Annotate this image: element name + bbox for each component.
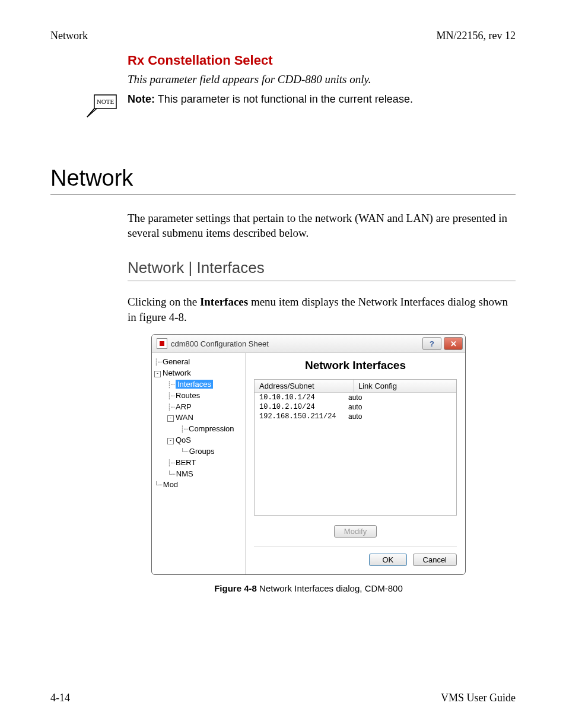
figure-caption: Figure 4-8 Network Interfaces dialog, CD… bbox=[151, 583, 466, 593]
cancel-button[interactable]: Cancel bbox=[413, 554, 457, 566]
para2-pre: Clicking on the bbox=[128, 295, 200, 308]
header-right: MN/22156, rev 12 bbox=[437, 30, 516, 42]
h1-underline bbox=[50, 195, 516, 195]
note-block: NOTE Note: This parameter is not functio… bbox=[50, 93, 516, 118]
tree-compression[interactable]: ┊┄Compression bbox=[154, 424, 243, 435]
dialog-titlebar[interactable]: cdm800 Configuration Sheet ? ✕ bbox=[152, 335, 465, 353]
h2-underline bbox=[128, 281, 516, 281]
intro-paragraph: The parameter settings that pertain to t… bbox=[128, 211, 516, 241]
para2-bold: Interfaces bbox=[200, 295, 248, 308]
table-row[interactable]: 10.10.10.1/24 auto bbox=[255, 393, 456, 402]
tree-mod[interactable]: └┄Mod bbox=[154, 479, 243, 491]
paragraph-interfaces: Clicking on the Interfaces menu item dis… bbox=[128, 294, 516, 325]
h2-network-interfaces: Network | Interfaces bbox=[128, 259, 516, 277]
tree-nms[interactable]: └┄NMS bbox=[154, 469, 243, 480]
list-header[interactable]: Address/Subnet Link Config bbox=[255, 380, 456, 393]
modify-button[interactable]: Modify bbox=[334, 525, 377, 538]
section-italic-line: This parameter field appears for CDD-880… bbox=[128, 72, 516, 87]
window-app-icon bbox=[157, 338, 167, 349]
tree-qos[interactable]: -QoS bbox=[154, 435, 243, 446]
tree-groups[interactable]: └┄Groups bbox=[154, 446, 243, 457]
footer-right: VMS User Guide bbox=[441, 692, 516, 704]
cell-address: 10.10.2.10/24 bbox=[259, 403, 348, 411]
figure-text: Network Interfaces dialog, CDM-800 bbox=[257, 583, 403, 593]
figure-label: Figure 4-8 bbox=[214, 583, 257, 593]
config-dialog: cdm800 Configuration Sheet ? ✕ ┊┄General… bbox=[151, 334, 466, 575]
tree-routes[interactable]: ┊┄Routes bbox=[154, 390, 243, 402]
cell-link: auto bbox=[348, 393, 408, 402]
h1-network: Network bbox=[50, 166, 516, 191]
note-label: Note: bbox=[128, 93, 155, 105]
page-header: Network MN/22156, rev 12 bbox=[50, 30, 516, 42]
dialog-title: cdm800 Configuration Sheet bbox=[171, 339, 420, 348]
interfaces-listbox[interactable]: Address/Subnet Link Config 10.10.10.1/24… bbox=[254, 379, 457, 516]
help-button[interactable]: ? bbox=[422, 337, 441, 350]
col-header-address[interactable]: Address/Subnet bbox=[255, 380, 354, 392]
note-icon: NOTE bbox=[86, 94, 117, 118]
tree-network[interactable]: -Network bbox=[154, 368, 243, 379]
col-header-linkconfig[interactable]: Link Config bbox=[354, 380, 456, 392]
note-icon-text: NOTE bbox=[97, 98, 115, 105]
header-left: Network bbox=[50, 30, 88, 42]
pane-title: Network Interfaces bbox=[254, 359, 457, 372]
cell-link: auto bbox=[348, 403, 408, 411]
tree-interfaces[interactable]: ┊┄Interfaces bbox=[154, 379, 243, 390]
cell-address: 192.168.150.211/24 bbox=[259, 412, 348, 421]
svg-line-2 bbox=[87, 109, 97, 117]
ok-button[interactable]: OK bbox=[369, 554, 407, 566]
section-title-rx: Rx Constellation Select bbox=[128, 53, 516, 68]
note-body: This parameter is not functional in the … bbox=[155, 93, 413, 105]
nav-tree[interactable]: ┊┄General -Network ┊┄Interfaces ┊┄Routes… bbox=[152, 353, 246, 574]
note-text: Note: This parameter is not functional i… bbox=[128, 93, 413, 106]
table-row[interactable]: 10.10.2.10/24 auto bbox=[255, 402, 456, 412]
tree-bert[interactable]: ┊┄BERT bbox=[154, 457, 243, 469]
page-footer: 4-14 VMS User Guide bbox=[50, 692, 516, 704]
footer-left: 4-14 bbox=[50, 692, 70, 704]
tree-arp[interactable]: ┊┄ARP bbox=[154, 402, 243, 413]
close-button[interactable]: ✕ bbox=[444, 337, 463, 350]
tree-wan[interactable]: -WAN bbox=[154, 412, 243, 424]
cell-address: 10.10.10.1/24 bbox=[259, 393, 348, 402]
tree-general[interactable]: ┊┄General bbox=[154, 357, 243, 368]
table-row[interactable]: 192.168.150.211/24 auto bbox=[255, 412, 456, 421]
cell-link: auto bbox=[348, 412, 408, 421]
